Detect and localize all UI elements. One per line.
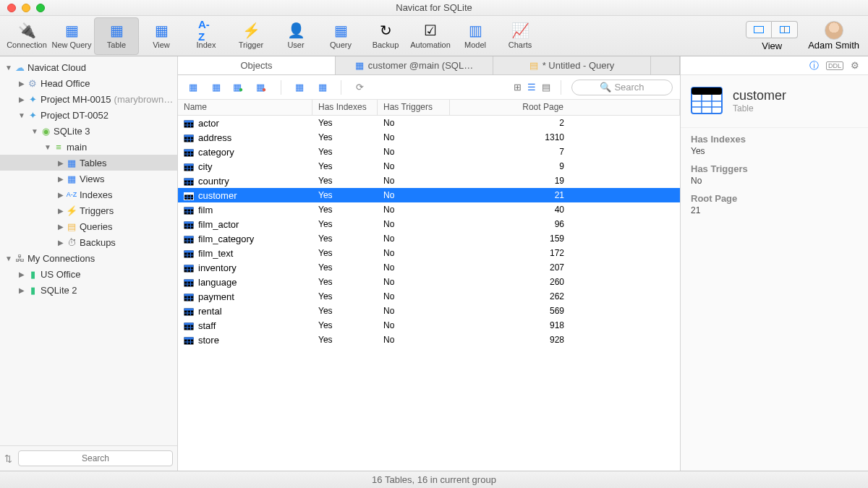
table-row[interactable]: inventoryYesNo207 xyxy=(178,260,680,275)
toolbar-view[interactable]: ▦View xyxy=(139,17,184,55)
col-root-page[interactable]: Root Page xyxy=(450,100,680,115)
table-row[interactable]: film_actorYesNo96 xyxy=(178,217,680,231)
schema-main[interactable]: ▼≡main xyxy=(0,139,177,155)
my-connections[interactable]: ▼🖧My Connections xyxy=(0,250,177,266)
toolbar-charts[interactable]: 📈Charts xyxy=(498,17,542,55)
design-table-icon[interactable]: ▦ xyxy=(208,80,224,95)
table-row[interactable]: paymentYesNo262 xyxy=(178,289,680,304)
table-row[interactable]: languageYesNo260 xyxy=(178,275,680,289)
tree-tables[interactable]: ▶▦Tables xyxy=(0,155,177,171)
table-grid[interactable]: actorYesNo2addressYesNo1310categoryYesNo… xyxy=(178,116,680,471)
toolbar-trigger[interactable]: ⚡Trigger xyxy=(229,17,273,55)
row-has-triggers: No xyxy=(378,277,450,287)
delete-table-icon[interactable]: ▦● xyxy=(255,80,271,95)
ddl-tab-icon[interactable]: DDL xyxy=(826,61,843,70)
tab-untitled-query[interactable]: ▤* Untitled - Query xyxy=(493,56,651,74)
tab-objects[interactable]: Objects xyxy=(178,56,336,74)
col-has-triggers[interactable]: Has Triggers xyxy=(378,100,450,115)
table-row[interactable]: customerYesNo21 xyxy=(178,188,680,202)
project-head-office[interactable]: ▶⚙Head Office xyxy=(0,75,177,91)
table-icon xyxy=(184,235,194,243)
search-icon: 🔍 xyxy=(600,82,611,93)
table-row[interactable]: rentalYesNo569 xyxy=(178,304,680,318)
row-root-page: 40 xyxy=(450,205,680,215)
object-search-input[interactable]: 🔍 Search xyxy=(571,80,673,95)
tab-overflow[interactable] xyxy=(651,56,680,74)
toolbar-label: Backup xyxy=(373,40,399,49)
row-has-indexes: Yes xyxy=(312,306,378,316)
toolbar-user[interactable]: 👤User xyxy=(273,17,318,55)
sync-icon[interactable]: ⇅ xyxy=(4,453,12,464)
details-pane: ⓘ DDL ⚙ customer Table Has IndexesYes Ha… xyxy=(680,56,868,471)
conn-us-office[interactable]: ▶▮US Office xyxy=(0,266,177,282)
import-icon[interactable]: ▦ xyxy=(292,80,307,95)
svg-rect-51 xyxy=(184,265,194,267)
layout-split-button[interactable] xyxy=(772,21,798,38)
table-icon xyxy=(184,163,194,171)
col-has-indexes[interactable]: Has Indexes xyxy=(312,100,378,115)
table-row[interactable]: categoryYesNo7 xyxy=(178,145,680,159)
col-name[interactable]: Name xyxy=(178,100,312,115)
view-grid-icon[interactable]: ⊞ xyxy=(514,82,522,93)
view-detail-icon[interactable]: ▤ xyxy=(542,82,550,93)
close-window-button[interactable] xyxy=(7,4,16,12)
toolbar-backup[interactable]: ↻Backup xyxy=(363,17,408,55)
zoom-window-button[interactable] xyxy=(36,4,45,12)
toolbar-table[interactable]: ▦Table xyxy=(94,17,139,55)
info-tab-icon[interactable]: ⓘ xyxy=(809,59,819,72)
refresh-icon[interactable]: ⟳ xyxy=(352,80,367,95)
toolbar-connection[interactable]: 🔌Connection xyxy=(4,17,49,55)
view-list-icon[interactable]: ☰ xyxy=(527,82,536,93)
open-table-icon[interactable]: ▦ xyxy=(185,80,201,95)
toolbar-index[interactable]: A-ZIndex xyxy=(184,17,229,55)
row-root-page: 172 xyxy=(450,248,680,258)
new-table-icon[interactable]: ▦● xyxy=(231,80,247,95)
layout-segment[interactable] xyxy=(746,21,798,38)
user-menu[interactable]: Adam Smith xyxy=(808,21,859,51)
table-row[interactable]: film_textYesNo172 xyxy=(178,246,680,260)
grid-header[interactable]: Name Has Indexes Has Triggers Root Page xyxy=(178,100,680,116)
toolbar-automation[interactable]: ☑Automation xyxy=(408,17,453,55)
tree-backups[interactable]: ▶⏱Backups xyxy=(0,234,177,250)
table-row[interactable]: staffYesNo918 xyxy=(178,318,680,333)
row-has-triggers: No xyxy=(378,147,450,157)
row-has-triggers: No xyxy=(378,262,450,273)
svg-rect-1 xyxy=(184,120,194,122)
charts-icon: 📈 xyxy=(512,22,528,38)
table-row[interactable]: addressYesNo1310 xyxy=(178,130,680,145)
minimize-window-button[interactable] xyxy=(22,4,30,12)
row-has-indexes: Yes xyxy=(312,147,378,157)
sidebar-search-input[interactable] xyxy=(18,450,173,466)
table-row[interactable]: film_categoryYesNo159 xyxy=(178,231,680,246)
layout-left-button[interactable] xyxy=(746,21,772,38)
toolbar-model[interactable]: ▥Model xyxy=(453,17,498,55)
tab-customer-main[interactable]: ▦customer @main (SQL… xyxy=(336,56,493,74)
tree-views[interactable]: ▶▦Views xyxy=(0,171,177,187)
project-mh[interactable]: ▶✦Project MH-0015(marybrown… xyxy=(0,91,177,107)
table-row[interactable]: filmYesNo40 xyxy=(178,202,680,217)
svg-rect-16 xyxy=(184,163,194,166)
tree-queries[interactable]: ▶▤Queries xyxy=(0,218,177,234)
details-has-triggers-value: No xyxy=(691,176,858,186)
toolbar-new-query[interactable]: ▦New Query xyxy=(49,17,94,55)
conn-sqlite2[interactable]: ▶▮SQLite 2 xyxy=(0,282,177,298)
toolbar-query[interactable]: ▦Query xyxy=(318,17,363,55)
table-row[interactable]: cityYesNo9 xyxy=(178,159,680,174)
row-root-page: 1310 xyxy=(450,132,680,142)
table-row[interactable]: countryYesNo19 xyxy=(178,174,680,188)
table-icon xyxy=(184,249,194,257)
db-sqlite3[interactable]: ▼◉SQLite 3 xyxy=(0,123,177,139)
table-icon xyxy=(184,264,194,272)
table-row[interactable]: actorYesNo2 xyxy=(178,116,680,130)
export-icon[interactable]: ▦ xyxy=(315,80,331,95)
tree-triggers[interactable]: ▶⚡Triggers xyxy=(0,202,177,218)
svg-rect-21 xyxy=(184,178,194,180)
tree-indexes[interactable]: ▶A-ZIndexes xyxy=(0,187,177,202)
toolbar-label: Charts xyxy=(509,40,532,49)
table-row[interactable]: storeYesNo928 xyxy=(178,333,680,347)
row-root-page: 569 xyxy=(450,306,680,316)
project-dt[interactable]: ▼✦Project DT-0052 xyxy=(0,107,177,123)
cloud-root[interactable]: ▼☁Navicat Cloud xyxy=(0,59,177,75)
nav-tree[interactable]: ▼☁Navicat Cloud ▶⚙Head Office ▶✦Project … xyxy=(0,56,177,445)
settings-tab-icon[interactable]: ⚙ xyxy=(851,60,859,71)
